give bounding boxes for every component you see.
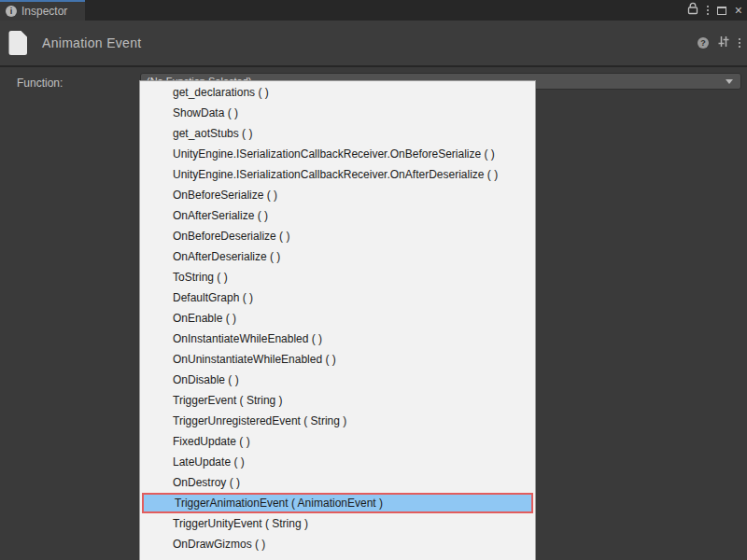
help-icon[interactable]: ? (698, 37, 709, 49)
menu-item[interactable]: OnDrawGizmos ( ) (140, 534, 535, 554)
info-icon: i (6, 6, 17, 17)
menu-item[interactable]: OnDisable ( ) (140, 370, 535, 390)
component-title: Animation Event (42, 35, 141, 50)
menu-item[interactable]: FixedUpdate ( ) (140, 431, 535, 452)
menu-item[interactable]: OnAfterDeserialize ( ) (140, 246, 535, 267)
menu-item[interactable]: TriggerEvent ( String ) (140, 390, 535, 411)
function-label: Function: (17, 77, 63, 90)
function-dropdown-menu: get_declarations ( )ShowData ( )get_aotS… (139, 80, 536, 560)
menu-item[interactable]: get_declarations ( ) (140, 82, 535, 103)
inspector-body: Function: (No Function Selected) get_dec… (0, 67, 747, 560)
menu-item[interactable]: LateUpdate ( ) (140, 452, 535, 472)
menu-item[interactable]: OnEnable ( ) (140, 308, 535, 329)
close-icon[interactable]: × (735, 4, 742, 17)
kebab-menu-icon[interactable] (739, 38, 740, 48)
menu-item[interactable]: TriggerUnregisteredEvent ( String ) (140, 411, 535, 431)
chevron-down-icon (726, 79, 733, 84)
menu-item[interactable]: ShowData ( ) (140, 103, 535, 123)
menu-item[interactable]: UnityEngine.ISerializationCallbackReceiv… (140, 164, 535, 185)
menu-item[interactable]: OnInstantiateWhileEnabled ( ) (140, 329, 535, 349)
maximize-icon[interactable] (717, 7, 726, 15)
menu-item[interactable]: ToString ( ) (140, 267, 535, 287)
menu-item[interactable]: DefaultGraph ( ) (140, 287, 535, 308)
menu-item[interactable]: OnBeforeSerialize ( ) (140, 185, 535, 205)
inspector-window: i Inspector × Animation Event ? (0, 0, 747, 560)
menu-item[interactable]: OnBeforeDeserialize ( ) (140, 226, 535, 246)
tab-label: Inspector (21, 5, 67, 18)
menu-item[interactable]: TriggerUnityEvent ( String ) (140, 513, 535, 534)
menu-item[interactable]: get_aotStubs ( ) (140, 123, 535, 144)
component-header: Animation Event ? (0, 21, 747, 65)
unlock-icon[interactable] (687, 2, 698, 19)
menu-item[interactable]: UnityEngine.ISerializationCallbackReceiv… (140, 144, 535, 164)
menu-item[interactable]: OnUninstantiateWhileEnabled ( ) (140, 349, 535, 370)
menu-item-selected[interactable]: TriggerAnimationEvent ( AnimationEvent ) (142, 493, 533, 513)
menu-item[interactable]: OnAfterSerialize ( ) (140, 205, 535, 226)
tab-inspector[interactable]: i Inspector (0, 0, 85, 21)
scriptable-object-icon (7, 30, 29, 56)
kebab-menu-icon[interactable] (707, 6, 709, 15)
menu-item[interactable]: OnDestroy ( ) (140, 472, 535, 493)
titlebar: i Inspector × (0, 0, 747, 21)
presets-icon[interactable] (717, 35, 730, 51)
